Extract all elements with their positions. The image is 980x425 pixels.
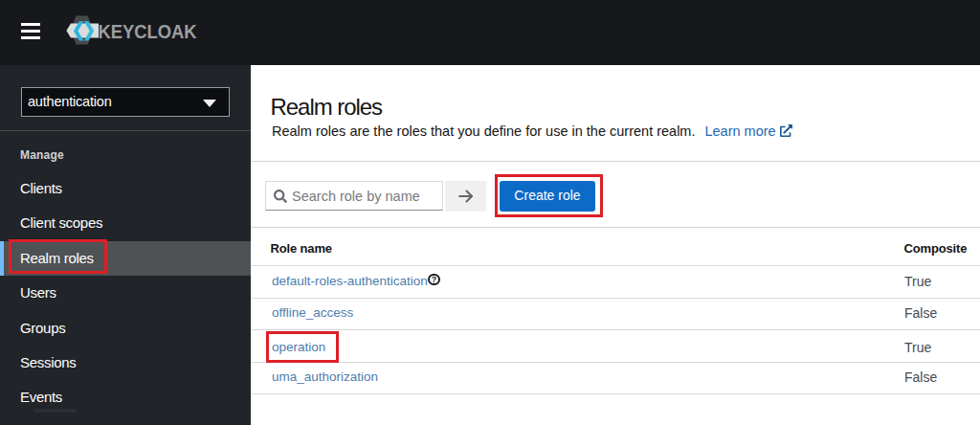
- svg-text:KEYCLOAK: KEYCLOAK: [99, 21, 197, 42]
